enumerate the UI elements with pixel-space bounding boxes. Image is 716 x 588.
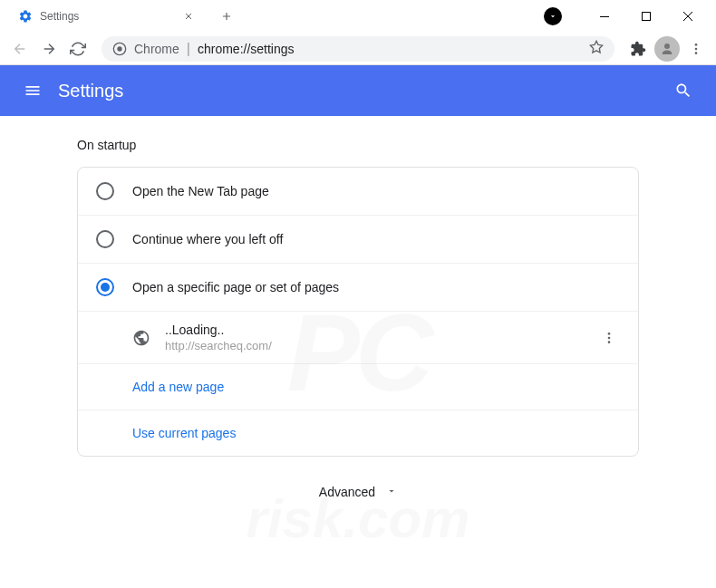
chevron-down-icon	[386, 484, 397, 500]
maximize-button[interactable]	[625, 0, 667, 33]
page-info: ..Loading.. http://searcheq.com/	[165, 323, 598, 352]
svg-point-3	[117, 46, 121, 51]
more-actions-icon[interactable]	[598, 327, 620, 349]
svg-marker-4	[590, 41, 602, 53]
radio-icon	[96, 278, 114, 296]
search-icon[interactable]	[665, 72, 701, 109]
startup-page-item: ..Loading.. http://searcheq.com/	[78, 312, 638, 364]
address-bar[interactable]: Chrome | chrome://settings	[102, 36, 614, 62]
bookmark-star-icon[interactable]	[589, 40, 604, 58]
content-scroll[interactable]: PC risk.com On startup Open the New Tab …	[0, 116, 716, 588]
svg-point-6	[695, 43, 698, 46]
back-button[interactable]	[7, 36, 33, 62]
close-button[interactable]	[667, 0, 709, 33]
url-text: chrome://settings	[198, 42, 295, 56]
radio-continue[interactable]: Continue where you left off	[78, 216, 638, 264]
radio-label: Continue where you left off	[132, 232, 283, 246]
settings-header: Settings	[0, 65, 716, 116]
startup-card: Open the New Tab page Continue where you…	[77, 167, 639, 457]
svg-rect-1	[643, 13, 651, 21]
radio-label: Open a specific page or set of pages	[132, 280, 339, 294]
page-title: Settings	[58, 81, 123, 101]
tab-title: Settings	[40, 10, 174, 23]
page-url-text: http://searcheq.com/	[165, 339, 598, 352]
url-separator: |	[187, 41, 190, 57]
media-control-icon[interactable]	[544, 7, 562, 25]
gear-icon	[18, 9, 33, 24]
minimize-button[interactable]	[584, 0, 625, 33]
svg-point-8	[695, 52, 698, 54]
radio-icon	[96, 230, 114, 248]
reload-button[interactable]	[65, 36, 91, 62]
radio-icon	[96, 182, 114, 200]
new-tab-button[interactable]	[214, 4, 239, 29]
hamburger-menu-icon[interactable]	[15, 72, 51, 109]
extensions-icon[interactable]	[625, 36, 651, 62]
url-scheme: Chrome	[134, 42, 179, 56]
radio-specific-page[interactable]: Open a specific page or set of pages	[78, 264, 638, 312]
chrome-icon	[112, 42, 127, 56]
radio-label: Open the New Tab page	[132, 184, 269, 198]
globe-icon	[132, 329, 150, 347]
profile-avatar[interactable]	[654, 36, 680, 62]
link-label: Use current pages	[132, 426, 236, 440]
forward-button[interactable]	[36, 36, 62, 62]
add-new-page-link[interactable]: Add a new page	[78, 364, 638, 410]
settings-content: On startup Open the New Tab page Continu…	[41, 116, 675, 549]
use-current-pages-link[interactable]: Use current pages	[78, 410, 638, 456]
svg-point-7	[695, 47, 698, 50]
svg-point-11	[608, 341, 611, 343]
radio-new-tab[interactable]: Open the New Tab page	[78, 168, 638, 216]
page-title-text: ..Loading..	[165, 323, 598, 337]
browser-tab[interactable]: Settings	[7, 1, 207, 32]
section-title: On startup	[77, 138, 639, 152]
svg-point-9	[608, 333, 611, 335]
close-icon[interactable]	[181, 9, 196, 24]
toolbar: Chrome | chrome://settings	[0, 33, 716, 65]
advanced-toggle[interactable]: Advanced	[77, 457, 639, 527]
svg-point-10	[608, 336, 611, 339]
menu-icon[interactable]	[683, 36, 709, 62]
tab-strip: Settings	[0, 0, 571, 33]
svg-rect-0	[600, 16, 609, 17]
advanced-label: Advanced	[319, 485, 375, 499]
svg-point-5	[664, 43, 670, 49]
link-label: Add a new page	[132, 380, 224, 394]
